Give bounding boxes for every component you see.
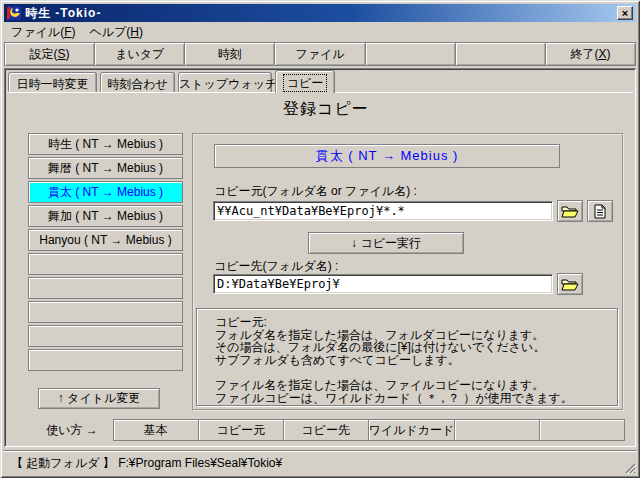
mytab-button[interactable]: まいタブ bbox=[94, 42, 185, 66]
list-item-tokio[interactable]: 時生 ( NT → Mebius ) bbox=[28, 133, 183, 155]
tab-copy[interactable]: コピー bbox=[275, 70, 335, 93]
list-item-empty-2 bbox=[28, 277, 183, 299]
app-window: 時生 -Tokio- × ファイル(F) ヘルプ(H) 設定(S) まいタブ 時… bbox=[0, 0, 640, 478]
browse-source-file-button[interactable] bbox=[587, 200, 613, 222]
menu-bar: ファイル(F) ヘルプ(H) bbox=[4, 23, 636, 41]
list-item-empty-3 bbox=[28, 301, 183, 323]
tab-time-sync[interactable]: 時刻合わせ bbox=[100, 72, 175, 92]
page-title: 登録コピー bbox=[283, 99, 369, 120]
resize-grip-icon[interactable] bbox=[623, 461, 636, 474]
help-empty-2 bbox=[539, 419, 625, 441]
title-bar[interactable]: 時生 -Tokio- × bbox=[4, 4, 636, 22]
help-empty-1 bbox=[454, 419, 540, 441]
file-button[interactable]: ファイル bbox=[274, 42, 365, 66]
menu-file[interactable]: ファイル(F) bbox=[4, 22, 82, 43]
copy-help-text-box: コピー元: フォルダ名を指定した場合は、フォルダコピーになります。 その場合は、… bbox=[196, 308, 618, 406]
list-item-empty-1 bbox=[28, 253, 183, 275]
browse-source-folder-button[interactable] bbox=[557, 200, 583, 222]
menu-help[interactable]: ヘルプ(H) bbox=[82, 22, 150, 43]
list-item-kanta-selected[interactable]: 貫太 ( NT → Mebius ) bbox=[28, 181, 183, 203]
exit-button[interactable]: 終了(X) bbox=[545, 42, 636, 66]
list-item-hanyou[interactable]: Hanyou ( NT → Mebius ) bbox=[28, 229, 183, 251]
toolbar-empty-2 bbox=[455, 42, 546, 66]
help-wildcard-button[interactable]: ワイルドカード bbox=[368, 419, 456, 441]
open-folder-icon bbox=[561, 205, 579, 218]
usage-label: 使い方 → bbox=[30, 419, 114, 441]
copy-dest-label: コピー先(フォルダ名) : bbox=[214, 258, 338, 275]
status-bar: 【 起動フォルダ 】 F:¥Program Files¥Seal¥Tokio¥ bbox=[3, 450, 637, 475]
execute-copy-button[interactable]: ↓ コピー実行 bbox=[308, 232, 464, 254]
help-copy-dest-button[interactable]: コピー先 bbox=[283, 419, 369, 441]
open-folder-icon bbox=[561, 278, 579, 291]
toolbar-empty-1 bbox=[365, 42, 456, 66]
help-copy-source-button[interactable]: コピー元 bbox=[198, 419, 284, 441]
window-title: 時生 -Tokio- bbox=[25, 5, 101, 22]
list-item-maireki[interactable]: 舞暦 ( NT → Mebius ) bbox=[28, 157, 183, 179]
list-item-maika[interactable]: 舞加 ( NT → Mebius ) bbox=[28, 205, 183, 227]
tab-datetime-change[interactable]: 日時一時変更 bbox=[8, 72, 97, 92]
app-icon bbox=[6, 5, 22, 21]
settings-button[interactable]: 設定(S) bbox=[4, 42, 95, 66]
list-item-empty-4 bbox=[28, 325, 183, 347]
list-item-empty-5 bbox=[28, 349, 183, 371]
copy-source-label: コピー元(フォルダ名 or ファイル名) : bbox=[214, 183, 417, 200]
copy-source-input[interactable] bbox=[213, 201, 553, 221]
browse-dest-folder-button[interactable] bbox=[557, 273, 583, 295]
copy-dest-input[interactable] bbox=[213, 274, 553, 294]
tab-stopwatch[interactable]: ストップウォッチ bbox=[178, 72, 272, 92]
startup-folder-text: 【 起動フォルダ 】 F:¥Program Files¥Seal¥Tokio¥ bbox=[11, 455, 282, 472]
close-button[interactable]: × bbox=[617, 6, 633, 20]
title-change-button[interactable]: ↑ タイトル変更 bbox=[38, 388, 160, 409]
time-button[interactable]: 時刻 bbox=[184, 42, 275, 66]
close-icon: × bbox=[622, 8, 628, 19]
help-row: 使い方 → 基本 コピー元 コピー先 ワイルドカード bbox=[30, 419, 625, 441]
selected-entry-header: 貫太 ( NT → Mebius ) bbox=[214, 144, 560, 168]
top-toolbar: 設定(S) まいタブ 時刻 ファイル 終了(X) bbox=[4, 42, 636, 66]
document-icon bbox=[594, 204, 606, 219]
help-basic-button[interactable]: 基本 bbox=[113, 419, 199, 441]
